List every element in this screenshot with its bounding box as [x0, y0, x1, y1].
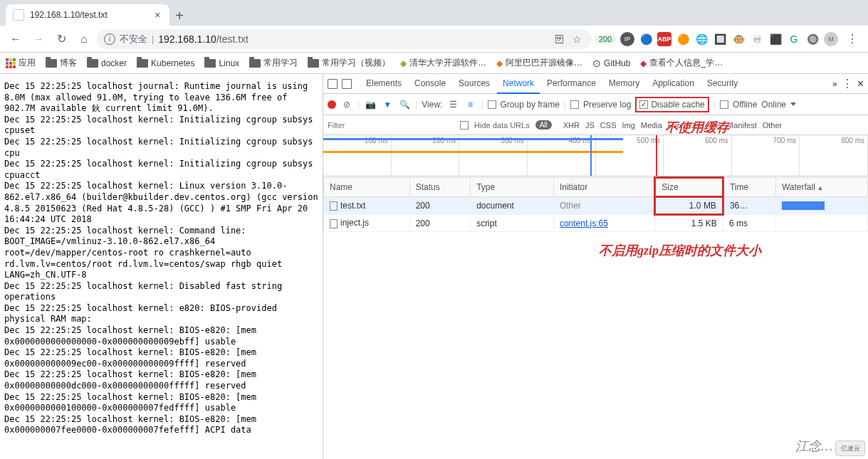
- column-initiator[interactable]: Initiator: [553, 178, 654, 197]
- column-name[interactable]: Name: [324, 178, 410, 197]
- ext-icon-10[interactable]: G: [787, 32, 801, 46]
- devtools-tab-network[interactable]: Network: [497, 74, 540, 94]
- search-icon[interactable]: 🔍: [398, 98, 411, 111]
- insecure-label: 不安全: [120, 33, 147, 46]
- browser-menu-icon[interactable]: ⋮: [842, 29, 862, 49]
- bookmark-item[interactable]: ◆清华大学开源软件…: [400, 57, 486, 69]
- cell-initiator[interactable]: content.js:65: [553, 215, 654, 232]
- ext-icon-2[interactable]: 🔵: [639, 32, 653, 46]
- filter-input[interactable]: [328, 121, 363, 130]
- bookmark-label: docker: [101, 58, 127, 68]
- ext-icon-4[interactable]: 🟠: [676, 32, 690, 46]
- translate-icon[interactable]: 🈂: [552, 32, 566, 46]
- bookmark-icon: ◆: [400, 58, 407, 68]
- camera-icon[interactable]: 📷: [364, 98, 377, 111]
- column-waterfall[interactable]: Waterfall ▲: [775, 178, 867, 197]
- devtools-tab-elements[interactable]: Elements: [360, 74, 407, 94]
- inspect-icon[interactable]: [328, 79, 338, 89]
- devtools-tab-console[interactable]: Console: [409, 74, 451, 94]
- cell-status: 200: [409, 197, 470, 215]
- timeline-tick: 100 ms: [323, 135, 392, 176]
- cell-initiator: Other: [553, 197, 654, 215]
- ext-icon-9[interactable]: ⬛: [768, 32, 783, 46]
- bookmark-item[interactable]: Linux: [204, 58, 239, 68]
- bookmarks-bar: 应用博客dockerKubernetesLinux常用学习常用学习（视频）◆清华…: [0, 53, 868, 74]
- bookmark-label: 清华大学开源软件…: [409, 57, 486, 69]
- cell-time: 6 ms: [723, 215, 775, 232]
- ext-icon-12[interactable]: M: [824, 32, 838, 46]
- ext-icon-6[interactable]: 🔲: [713, 32, 727, 46]
- network-timeline[interactable]: 100 ms200 ms300 ms400 ms500 ms600 ms700 …: [323, 135, 868, 176]
- ext-icon-11[interactable]: 🔘: [805, 32, 820, 46]
- bookmark-item[interactable]: ⊙GitHub: [592, 58, 630, 69]
- bookmark-label: 查看个人信息_学…: [649, 57, 723, 69]
- site-info-icon[interactable]: i: [104, 33, 115, 45]
- bookmark-icon: [137, 59, 148, 68]
- view-small-icon[interactable]: ≡: [464, 98, 476, 111]
- filter-icon[interactable]: ▼: [381, 98, 394, 111]
- devtools-tab-security[interactable]: Security: [701, 74, 743, 94]
- devtools-tab-sources[interactable]: Sources: [453, 74, 496, 94]
- bookmark-icon: ◆: [640, 58, 647, 68]
- bookmark-star-icon[interactable]: ☆: [570, 32, 585, 46]
- ext-icon-5[interactable]: 🌐: [694, 32, 708, 46]
- ext-icon-7[interactable]: 🐵: [731, 32, 746, 46]
- clear-icon[interactable]: ⊘: [340, 98, 353, 111]
- hide-data-urls-label: Hide data URLs: [474, 121, 530, 130]
- url-input[interactable]: i 不安全 | 192.168.1.10/test.txt 🈂 ☆: [97, 29, 592, 49]
- devtools-tab-application[interactable]: Application: [647, 74, 700, 94]
- bookmark-item[interactable]: 应用: [6, 57, 36, 69]
- preserve-log-checkbox[interactable]: [570, 100, 579, 109]
- timeline-tick: 200 ms: [392, 135, 460, 176]
- devtools-tab-memory[interactable]: Memory: [603, 74, 645, 94]
- home-button[interactable]: ⌂: [74, 29, 94, 49]
- filter-type-xhr[interactable]: XHR: [563, 121, 580, 130]
- filter-type-media[interactable]: Media: [641, 121, 662, 130]
- devtools-menu-icon[interactable]: ⋮: [842, 77, 853, 90]
- record-button[interactable]: [328, 100, 336, 109]
- bookmark-label: 常用学习: [263, 57, 298, 69]
- filter-all[interactable]: All: [535, 120, 552, 130]
- filter-type-css[interactable]: CSS: [600, 121, 617, 130]
- filter-type-manifest[interactable]: Manifest: [727, 121, 757, 130]
- back-button[interactable]: ←: [6, 29, 26, 49]
- bookmark-item[interactable]: Kubernetes: [137, 58, 194, 68]
- bookmark-item[interactable]: ◆查看个人信息_学…: [640, 57, 723, 69]
- more-tabs-button[interactable]: »: [832, 79, 837, 89]
- tab-title: 192.168.1.10/test.txt: [30, 10, 147, 20]
- bookmark-label: 阿里巴巴开源镜像…: [506, 57, 582, 69]
- close-tab-icon[interactable]: ×: [152, 10, 162, 20]
- network-row[interactable]: test.txt200documentOther1.0 MB36…: [324, 197, 868, 215]
- bookmark-item[interactable]: ◆阿里巴巴开源镜像…: [496, 57, 582, 69]
- offline-checkbox[interactable]: [720, 100, 728, 109]
- reload-button[interactable]: ↻: [51, 29, 71, 49]
- bookmark-item[interactable]: 博客: [46, 57, 77, 69]
- column-status[interactable]: Status: [409, 178, 470, 197]
- throttling-dropdown-icon[interactable]: [790, 102, 796, 106]
- filter-type-img[interactable]: Img: [622, 121, 634, 130]
- forward-button[interactable]: →: [28, 29, 48, 49]
- network-row[interactable]: inject.js200scriptcontent.js:651.5 KB6 m…: [324, 215, 868, 232]
- preserve-log-label: Preserve log: [583, 100, 631, 110]
- ext-icon-3[interactable]: ABP: [657, 32, 671, 46]
- column-type[interactable]: Type: [471, 178, 554, 197]
- new-tab-button[interactable]: +: [169, 6, 189, 26]
- column-time[interactable]: Time: [723, 178, 775, 197]
- browser-tab[interactable]: 192.168.1.10/test.txt ×: [6, 4, 169, 26]
- filter-type-js[interactable]: JS: [585, 121, 595, 130]
- group-by-frame-checkbox[interactable]: [488, 100, 496, 109]
- filter-type-other[interactable]: Other: [763, 121, 783, 130]
- devtools-tab-performance[interactable]: Performance: [541, 74, 602, 94]
- ext-icon-8[interactable]: ♾: [750, 32, 764, 46]
- disable-cache-checkbox[interactable]: [639, 100, 648, 109]
- bookmark-item[interactable]: 常用学习（视频）: [308, 57, 390, 69]
- hide-data-urls-checkbox[interactable]: [460, 121, 469, 130]
- url-host: 192.168.1.10: [158, 33, 216, 45]
- bookmark-item[interactable]: 常用学习: [249, 57, 298, 69]
- device-toggle-icon[interactable]: [342, 79, 352, 89]
- devtools-close-icon[interactable]: ×: [857, 78, 864, 90]
- bookmark-item[interactable]: docker: [87, 58, 127, 68]
- column-size[interactable]: Size: [655, 178, 723, 197]
- ext-icon-1[interactable]: IP: [620, 32, 634, 46]
- view-large-icon[interactable]: ☰: [446, 98, 459, 111]
